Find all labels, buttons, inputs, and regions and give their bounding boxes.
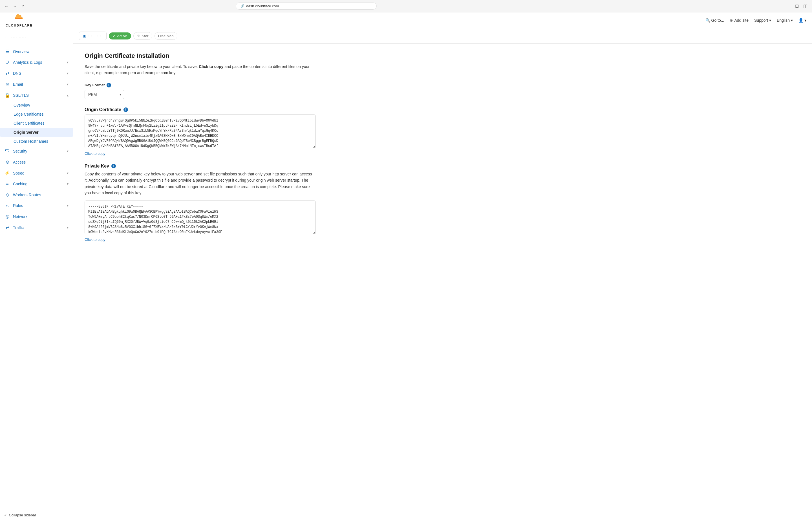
access-icon: ⊙	[4, 159, 10, 165]
star-label: Star	[142, 34, 149, 38]
addsite-button[interactable]: ⊕ Add site	[730, 18, 749, 22]
collapse-sidebar-button[interactable]: « Collapse sidebar	[0, 509, 73, 521]
rules-icon: ⩑	[4, 203, 10, 208]
browser-action-2[interactable]: ◫	[802, 2, 809, 10]
shield-icon: 🛡	[4, 149, 10, 154]
chevron-down-icon: ▾	[67, 60, 68, 64]
user-chevron-icon: ▾	[805, 18, 806, 22]
private-key-description: Copy the contents of your private key be…	[85, 171, 316, 196]
caching-icon: ≡	[4, 181, 10, 186]
key-format-select[interactable]: PEM PKCS#7	[85, 90, 124, 99]
support-button[interactable]: Support ▾	[754, 18, 771, 22]
sidebar-item-label: Workers Routes	[13, 193, 68, 197]
sidebar-item-speed[interactable]: ⚡ Speed ▾	[0, 167, 73, 179]
chevron-up-icon: ▴	[67, 93, 68, 97]
sidebar-subitem-label: Edge Certificates	[14, 112, 44, 116]
sidebar-item-caching[interactable]: ≡ Caching ▾	[0, 179, 73, 189]
sidebar-item-label: Rules	[13, 203, 64, 208]
sidebar-item-overview[interactable]: ☰ Overview	[0, 46, 73, 57]
collapse-icon: «	[4, 513, 6, 517]
browser-action-1[interactable]: ⊡	[794, 2, 800, 10]
sidebar-subitem-label: Custom Hostnames	[14, 139, 48, 144]
private-key-textarea[interactable]	[85, 200, 316, 234]
browser-forward-button[interactable]: →	[12, 3, 18, 10]
sidebar-subitem-label: Client Certificates	[14, 121, 45, 126]
private-key-copy-button[interactable]: Click to copy	[85, 238, 316, 242]
origin-cert-info-icon[interactable]: i	[123, 108, 128, 112]
sidebar-item-ssl[interactable]: 🔒 SSL/TLS ▴	[0, 90, 73, 101]
sidebar-item-traffic[interactable]: ⇌ Traffic ▾	[0, 222, 73, 233]
browser-back-button[interactable]: ←	[3, 3, 10, 10]
browser-chrome: ← → ↺ 🔗 dash.cloudflare.com ⊡ ◫	[0, 0, 812, 12]
traffic-icon: ⇌	[4, 225, 10, 230]
chevron-down-icon: ▾	[67, 203, 68, 208]
site-icon: ▣	[83, 34, 86, 38]
sidebar-item-label: Overview	[13, 49, 68, 54]
page-title: Origin Certificate Installation	[85, 52, 316, 60]
sidebar-item-label: Caching	[13, 182, 64, 186]
cert-copy-button[interactable]: Click to copy	[85, 151, 316, 156]
addsite-label: Add site	[734, 18, 749, 22]
language-label: English	[777, 18, 790, 22]
sidebar-subitem-origin-server[interactable]: Origin Server	[0, 128, 73, 137]
key-format-select-wrapper: PEM PKCS#7 ▾	[85, 90, 124, 99]
site-dots: ···· ·····	[88, 34, 103, 38]
key-format-info-icon[interactable]: i	[106, 83, 111, 87]
sidebar-subitem-ssl-overview[interactable]: Overview	[0, 101, 73, 110]
browser-url-bar[interactable]: 🔗 dash.cloudflare.com	[236, 2, 377, 10]
star-button[interactable]: ☆ Star	[133, 32, 152, 40]
key-format-section: Key Format i PEM PKCS#7 ▾	[85, 83, 316, 99]
browser-reload-button[interactable]: ↺	[20, 3, 26, 10]
network-icon: ◎	[4, 214, 10, 219]
plan-badge: Free plan	[154, 32, 177, 40]
sidebar-back-button[interactable]: ← ···· ·····	[0, 28, 73, 46]
sidebar-item-rules[interactable]: ⩑ Rules ▾	[0, 200, 73, 211]
site-tab-button[interactable]: ▣ ···· ·····	[79, 32, 106, 40]
language-chevron-icon: ▾	[791, 18, 793, 22]
app-header: CLOUDFLARE 🔍 Go to... ⊕ Add site Support…	[0, 12, 812, 28]
page-description: Save the certificate and private key bel…	[85, 63, 316, 76]
sidebar-item-workers[interactable]: ◇ Workers Routes	[0, 189, 73, 200]
chevron-down-icon: ▾	[67, 71, 68, 75]
url-text: dash.cloudflare.com	[246, 4, 279, 8]
sidebar-subitem-custom-hostnames[interactable]: Custom Hostnames	[0, 137, 73, 146]
sidebar-subitem-client-certs[interactable]: Client Certificates	[0, 119, 73, 128]
origin-cert-textarea[interactable]	[85, 115, 316, 148]
sidebar-subitem-label: Origin Server	[14, 130, 39, 134]
sidebar-item-security[interactable]: 🛡 Security ▾	[0, 146, 73, 157]
sidebar-item-email[interactable]: ✉ Email ▾	[0, 79, 73, 90]
star-icon: ☆	[137, 34, 140, 38]
chevron-down-icon: ▾	[67, 182, 68, 186]
header-navigation: 🔍 Go to... ⊕ Add site Support ▾ English …	[706, 18, 806, 22]
sidebar-item-dns[interactable]: ⇄ DNS ▾	[0, 68, 73, 79]
user-menu-button[interactable]: 👤 ▾	[798, 18, 806, 22]
support-chevron-icon: ▾	[769, 18, 771, 22]
active-label: Active	[117, 34, 127, 38]
page-content: Origin Certificate Installation Save the…	[73, 44, 327, 250]
url-link-icon: 🔗	[241, 4, 245, 8]
plus-circle-icon: ⊕	[730, 18, 733, 22]
email-icon: ✉	[4, 82, 10, 87]
sidebar-item-access[interactable]: ⊙ Access	[0, 157, 73, 167]
private-key-info-icon[interactable]: i	[111, 164, 116, 168]
sidebar-item-label: DNS	[13, 71, 64, 76]
lock-icon: 🔒	[4, 93, 10, 98]
origin-cert-section: Origin Certificate i Click to copy	[85, 107, 316, 156]
language-button[interactable]: English ▾	[777, 18, 793, 22]
sidebar-item-label: Traffic	[13, 225, 64, 230]
checkmark-icon: ✓	[113, 34, 116, 38]
support-label: Support	[754, 18, 768, 22]
cloudflare-logo[interactable]: CLOUDFLARE	[6, 14, 33, 27]
workers-icon: ◇	[4, 192, 10, 197]
sidebar-subitem-edge-certs[interactable]: Edge Certificates	[0, 110, 73, 119]
back-arrow-icon: ←	[4, 34, 9, 39]
desc-bold: Click to copy	[199, 64, 223, 69]
active-badge: ✓ Active	[109, 32, 131, 39]
sidebar-subitem-label: Overview	[14, 103, 30, 108]
sidebar-item-analytics[interactable]: ⏱ Analytics & Logs ▾	[0, 57, 73, 68]
goto-button[interactable]: 🔍 Go to...	[706, 18, 724, 22]
content-area: ▣ ···· ····· ✓ Active ☆ Star Free plan O…	[73, 28, 812, 521]
sidebar-item-network[interactable]: ◎ Network	[0, 211, 73, 222]
sidebar-item-label: Analytics & Logs	[13, 60, 64, 65]
overview-icon: ☰	[4, 49, 10, 54]
